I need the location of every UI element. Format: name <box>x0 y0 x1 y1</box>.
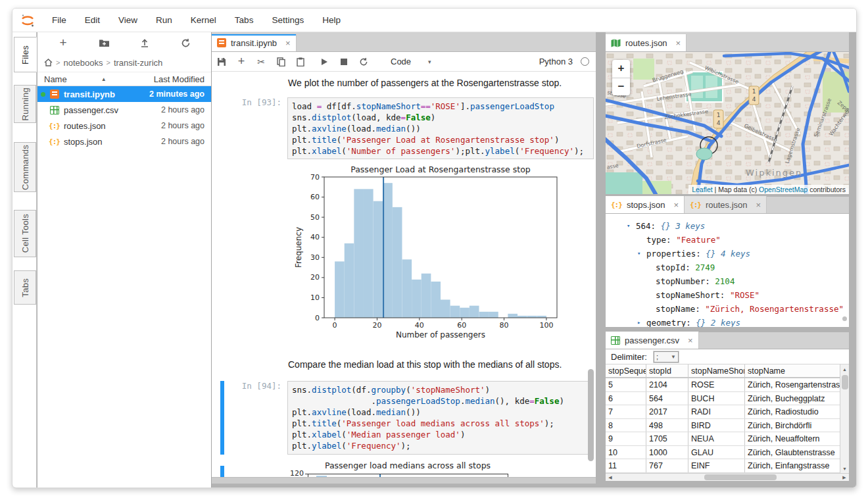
menu-view[interactable]: View <box>109 15 147 25</box>
notebook-content[interactable]: We plot the number of passengers at the … <box>212 72 596 477</box>
csv-header-cell: stopSequence <box>606 364 646 377</box>
markdown-cell[interactable]: Compare the median load at this stop wit… <box>288 359 562 370</box>
delimiter-select[interactable]: ; ▼ <box>654 351 679 362</box>
code-cell-input[interactable]: load = df[df.stopNameShort=='ROSE'].pass… <box>287 97 594 159</box>
add-cell-button[interactable]: + <box>231 54 251 70</box>
svg-text:Passenger Load at Rosengartens: Passenger Load at Rosengartenstrasse sto… <box>350 165 531 174</box>
tab-routes-json[interactable]: {:} routes.json × <box>685 196 767 213</box>
json-node-564[interactable]: ▾564: {} 3 keys <box>606 219 849 233</box>
breadcrumb[interactable]: > notebooks > transit-zurich <box>44 56 162 69</box>
restart-kernel-button[interactable] <box>354 54 374 70</box>
chevron-down-icon: ▾ <box>428 59 431 65</box>
menu-settings[interactable]: Settings <box>262 15 313 25</box>
leaflet-link[interactable]: Leaflet <box>692 186 713 193</box>
csv-header-cell: stopNameShort <box>688 364 745 377</box>
file-row-routes-json[interactable]: {:}routes.json2 hours ago <box>37 118 211 134</box>
refresh-button[interactable] <box>176 35 195 51</box>
csv-data-row[interactable]: 11767EINFZürich, Einfangstrasse <box>606 459 840 473</box>
close-tab-icon[interactable]: × <box>285 38 291 48</box>
file-row-passenger-csv[interactable]: passenger.csv2 hours ago <box>37 102 211 118</box>
svg-text:30: 30 <box>310 253 320 262</box>
json-node-geometry[interactable]: ▸geometry: {} 2 keys <box>606 316 849 327</box>
cut-cells-button[interactable]: ✂ <box>251 54 271 70</box>
run-button[interactable] <box>314 54 334 70</box>
csv-cell: Zürich, Rosengartenstrasse <box>745 378 840 391</box>
route-badge: 1 4 <box>749 86 759 105</box>
menu-bar: FileEditViewRunKernelTabsSettingsHelp <box>12 9 856 32</box>
csv-data-row[interactable]: 52104ROSEZürich, Rosengartenstrasse <box>606 378 840 392</box>
csv-header-row[interactable]: stopSequencestopIdstopNameShortstopName <box>606 364 840 378</box>
output-collapser[interactable] <box>220 466 224 477</box>
left-sidebar-strip: FilesRunningCommandsCell ToolsTabs <box>12 32 37 488</box>
csv-data-row[interactable]: 8498BIRDZürich, Birchdörfli <box>606 419 840 433</box>
csv-data-grid[interactable]: stopSequencestopIdstopNameShortstopName5… <box>606 364 849 473</box>
json-icon: {:} <box>611 201 622 209</box>
close-tab-icon[interactable]: × <box>756 200 761 210</box>
menu-help[interactable]: Help <box>313 15 350 25</box>
svg-text:4: 4 <box>717 120 721 126</box>
menu-file[interactable]: File <box>43 15 76 25</box>
file-list-header[interactable]: Name ▲ Last Modified <box>37 72 211 86</box>
csv-vertical-scrollbar[interactable]: ▲ ▼ <box>840 364 849 473</box>
expanded-arrow-icon[interactable]: ▾ <box>627 219 630 233</box>
svg-text:80: 80 <box>500 321 509 330</box>
csv-data-row[interactable]: 91705NEUAZürich, Neuaffoltern <box>606 432 840 446</box>
collapsed-arrow-icon[interactable]: ▸ <box>637 316 640 327</box>
openstreetmap-link[interactable]: OpenStreetMap <box>759 186 808 193</box>
close-tab-icon[interactable]: × <box>688 336 693 345</box>
svg-text:60: 60 <box>457 321 466 330</box>
tab-transit-ipynb[interactable]: transit.ipynb × <box>212 34 297 51</box>
notebook-horizontal-scrollbar[interactable] <box>212 477 596 484</box>
map-view[interactable]: + − <box>606 52 849 194</box>
csv-cell: 1000 <box>646 446 688 459</box>
breadcrumb-notebooks[interactable]: notebooks <box>63 58 103 68</box>
sidebar-tab-cell-tools[interactable]: Cell Tools <box>14 210 36 257</box>
tab-stops-json[interactable]: {:} stops.json × <box>606 196 685 213</box>
csv-cell: NEUA <box>688 432 745 445</box>
csv-horizontal-scrollbar[interactable]: ◀ ▶ <box>606 473 849 481</box>
cell-type-dropdown[interactable]: Code ▾ <box>391 57 431 66</box>
csv-cell: Zürich, Einfangstrasse <box>745 459 840 472</box>
zoom-out-button[interactable]: − <box>612 78 630 96</box>
tab-passenger-csv[interactable]: passenger.csv × <box>606 332 699 349</box>
svg-text:40: 40 <box>415 321 424 330</box>
json-tree-view[interactable]: ▾564: {} 3 keystype: "Feature"▾propertie… <box>606 214 849 327</box>
scroll-up-icon: ▲ <box>840 364 849 374</box>
expanded-arrow-icon[interactable]: ▾ <box>637 247 640 261</box>
leaflet-map-canvas[interactable]: 1 4 1 4 Wibichstrasse Bruggerweg Lehenst… <box>606 52 849 194</box>
sidebar-tab-running[interactable]: Running <box>14 85 36 123</box>
kernel-name[interactable]: Python 3 <box>539 57 573 66</box>
breadcrumb-transit-zurich[interactable]: transit-zurich <box>114 58 162 68</box>
file-row-transit-ipynb[interactable]: transit.ipynb2 minutes ago <box>37 86 211 102</box>
notebook-vertical-scrollbar[interactable] <box>588 369 594 461</box>
new-launcher-button[interactable]: + <box>54 35 72 51</box>
markdown-cell[interactable]: We plot the number of passengers at the … <box>288 78 562 88</box>
csv-data-row[interactable]: 101000GLAUZürich, Glaubtenstrasse <box>606 446 840 460</box>
json-node-properties[interactable]: ▾properties: {} 4 keys <box>606 247 849 261</box>
sidebar-tab-commands[interactable]: Commands <box>14 142 36 192</box>
menu-tabs[interactable]: Tabs <box>226 15 263 25</box>
svg-text:20: 20 <box>372 321 381 330</box>
menu-run[interactable]: Run <box>147 15 181 25</box>
copy-cells-button[interactable] <box>271 54 291 70</box>
save-button[interactable] <box>212 54 231 70</box>
paste-cells-button[interactable] <box>291 54 310 70</box>
new-folder-button[interactable] <box>95 35 113 51</box>
stop-button[interactable] <box>334 54 354 70</box>
csv-data-row[interactable]: 6564BUCHZürich, Bucheggplatz <box>606 392 840 406</box>
close-tab-icon[interactable]: × <box>673 200 679 210</box>
file-row-stops-json[interactable]: {:}stops.json2 hours ago <box>37 134 211 149</box>
sidebar-tab-files[interactable]: Files <box>14 37 37 72</box>
sidebar-tab-tabs[interactable]: Tabs <box>14 270 36 305</box>
cell-collapser[interactable] <box>220 381 224 455</box>
menu-kernel[interactable]: Kernel <box>181 15 226 25</box>
menu-edit[interactable]: Edit <box>76 15 109 25</box>
file-name: passenger.csv <box>64 105 118 115</box>
tab-routes-json-map[interactable]: routes.json × <box>606 34 687 51</box>
upload-button[interactable] <box>135 35 154 51</box>
csv-data-row[interactable]: 72017RADIZürich, Radiostudio <box>606 405 840 419</box>
code-cell-input[interactable]: sns.distplot(df.groupby('stopNameShort')… <box>287 381 594 455</box>
close-tab-icon[interactable]: × <box>676 38 681 48</box>
zoom-in-button[interactable]: + <box>612 60 630 78</box>
kernel-status-icon[interactable] <box>581 57 589 66</box>
